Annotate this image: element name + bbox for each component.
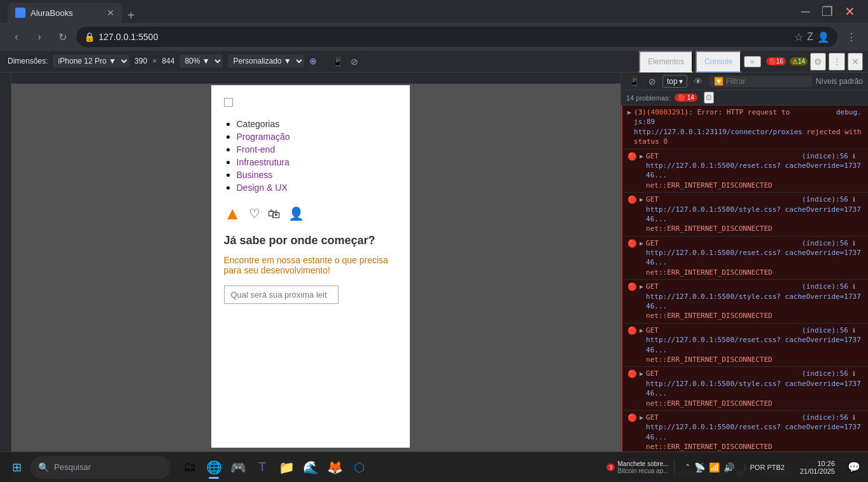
taskbar-app-explorer[interactable]: 📁 [275, 456, 298, 479]
close-button[interactable]: ✕ [839, 4, 860, 19]
taskbar-news[interactable]: 3 Manchete sobre... Bitcoin recua ap... [601, 460, 674, 474]
taskbar-search[interactable]: 🔍 Pesquisar [31, 456, 171, 479]
device-selector[interactable]: iPhone 12 Pro ▼ [53, 55, 129, 67]
tab-console[interactable]: Console [696, 51, 741, 72]
indice-link-4[interactable]: (índice):56 [802, 282, 848, 291]
filter-box: 🔽 [709, 76, 812, 87]
window-controls: ─ ❐ ✕ [796, 4, 863, 19]
profile-button[interactable]: 👤 [817, 31, 830, 43]
connector-link[interactable]: http://127.0.0.1:23119/connector/proxies [634, 128, 802, 136]
error-circle-icon-7: 🔴 [627, 413, 637, 422]
nav-frontend[interactable]: Front-end [237, 144, 276, 155]
style-css-link-3[interactable]: http://127.0.0.1:5500/style.css? cacheOv… [646, 380, 861, 397]
filter-input[interactable] [726, 77, 807, 86]
svg-point-0 [17, 10, 24, 16]
indice-link-6[interactable]: (índice):56 [802, 369, 848, 378]
nav-programacao[interactable]: Programação [237, 132, 290, 142]
console-log[interactable]: ▶ (3)(40003291): Error: HTTP request to … [621, 106, 868, 464]
nav-categorias[interactable]: Categorias [237, 119, 280, 129]
tab-close-button[interactable]: ✕ [107, 8, 115, 18]
taskbar-app-firefox[interactable]: 🦊 [323, 456, 346, 479]
expand-icon-4[interactable]: ▶ [640, 283, 643, 290]
taskbar-app-chrome[interactable]: 🌐 [202, 456, 225, 479]
back-button[interactable]: ‹ [8, 28, 25, 46]
url-bar[interactable]: 🔒 127.0.0.1:5500 ☆ Z 👤 [76, 27, 837, 47]
expand-icon-2[interactable]: ▶ [640, 196, 643, 203]
problems-settings-icon[interactable]: ⚙ [704, 92, 714, 104]
style-css-link-2[interactable]: http://127.0.0.1:5500/style.css? cacheOv… [646, 293, 861, 310]
indice-link-1[interactable]: (índice):56 [802, 152, 848, 160]
taskbar-app-game[interactable]: 🎮 [227, 456, 249, 479]
error-badge: 🔴 16 [766, 57, 786, 65]
taskbar-app-files[interactable]: 🗂 [178, 456, 201, 479]
up-arrow-icon[interactable]: ⌃ [685, 463, 690, 471]
devtools-ban-icon[interactable]: ⊘ [348, 55, 361, 68]
viewport-height: 844 [162, 57, 174, 65]
taskbar-app-edge[interactable]: 🌊 [299, 456, 322, 479]
taskbar-app-vscode[interactable]: ⬡ [347, 456, 370, 479]
devtools-more-icon[interactable]: ⋮ [829, 53, 845, 71]
nav-infraestrutura[interactable]: Infraestrutura [237, 157, 290, 167]
taskbar-apps: 🗂 🌐 🎮 T 📁 🌊 🦊 ⬡ [178, 456, 370, 479]
indice-link-5[interactable]: (índice):56 [802, 326, 848, 334]
reset-css-link-3[interactable]: http://127.0.0.1:5500/reset.css? cacheOv… [646, 336, 861, 354]
website-content: Categorias Programação Front-end Infraes… [211, 85, 410, 317]
devtools-settings-icon[interactable]: ⚙ [810, 53, 826, 71]
search-input[interactable] [224, 286, 339, 304]
forward-button[interactable]: › [31, 28, 48, 46]
warning-badge: ⚠ 14 [790, 57, 808, 65]
indice-link-7[interactable]: (índice):56 [802, 413, 848, 422]
windows-logo-icon: ⊞ [12, 460, 22, 474]
dt-device-icon[interactable]: 📱 [626, 75, 642, 88]
expand-icon-3[interactable]: ▶ [640, 240, 643, 247]
levels-dropdown[interactable]: Níveis padrão [816, 77, 863, 86]
user-account-icon[interactable]: 👤 [288, 206, 304, 221]
log-entry-get-4: 🔴 ▶ GET (índice):56 ℹ http://127.0.0.1:5… [621, 280, 868, 324]
reset-css-link-2[interactable]: http://127.0.0.1:5500/reset.css? cacheOv… [646, 249, 861, 266]
nav-design-ux[interactable]: Design & UX [237, 182, 288, 193]
bag-icon[interactable]: 🛍 [268, 207, 281, 221]
reload-button[interactable]: ↻ [53, 28, 71, 46]
expand-icon-7[interactable]: ▶ [640, 414, 643, 421]
volume-icon[interactable]: 🔊 [724, 462, 734, 472]
network-icon[interactable]: 📡 [694, 462, 705, 472]
notification-center-icon[interactable]: 💬 [845, 461, 863, 473]
star-button[interactable]: ☆ [794, 31, 803, 43]
expand-icon[interactable]: ▶ [627, 109, 631, 116]
top-selector[interactable]: top ▾ [662, 75, 687, 88]
indice-link-2[interactable]: (índice):56 [802, 195, 848, 203]
extensions-button[interactable]: Z [807, 31, 813, 43]
nav-business[interactable]: Business [237, 170, 273, 180]
restore-button[interactable]: ❐ [816, 4, 838, 19]
expand-icon[interactable]: ▶ [640, 153, 643, 160]
heart-icon[interactable]: ♡ [249, 206, 260, 221]
minimize-button[interactable]: ─ [796, 4, 815, 19]
style-css-link-1[interactable]: http://127.0.0.1:5500/style.css? cacheOv… [646, 205, 861, 223]
tab-elementos[interactable]: Elementos [639, 51, 693, 72]
reset-css-link-1[interactable]: http://127.0.0.1:5500/reset.css? cacheOv… [646, 162, 861, 179]
site-checkbox[interactable] [224, 98, 233, 107]
expand-icon-5[interactable]: ▶ [640, 327, 643, 334]
new-tab-button[interactable]: + [122, 8, 140, 23]
taskbar-app-teams[interactable]: T [251, 456, 274, 479]
start-button[interactable]: ⊞ [5, 456, 28, 479]
reset-css-link-4[interactable]: http://127.0.0.1:5500/reset.css? cacheOv… [646, 423, 861, 441]
responsive-icon[interactable]: ⊕ [309, 56, 317, 66]
news-text: Manchete sobre... Bitcoin recua ap... [617, 460, 668, 474]
expand-icon-6[interactable]: ▶ [640, 370, 643, 377]
more-button[interactable]: ⋮ [843, 28, 860, 46]
devtools-device-icon[interactable]: 📱 [330, 55, 346, 68]
active-tab[interactable]: AluraBooks ✕ [8, 3, 122, 23]
tab-more[interactable]: » [744, 56, 761, 67]
language-indicator[interactable]: POR PTB2 [745, 464, 790, 471]
wifi-icon[interactable]: 📶 [709, 462, 720, 472]
clock[interactable]: 10:26 21/01/2025 [795, 460, 840, 475]
indice-link-3[interactable]: (índice):56 [802, 239, 848, 247]
error-circle-icon-6: 🔴 [627, 369, 637, 378]
preset-selector[interactable]: Personalizado ▼ [228, 55, 304, 67]
url-actions: ☆ Z 👤 [794, 31, 830, 43]
devtools-close-icon[interactable]: ✕ [848, 53, 863, 71]
dt-ban-icon[interactable]: ⊘ [646, 75, 659, 88]
dt-eye-icon[interactable]: 👁 [691, 75, 705, 88]
zoom-selector[interactable]: 80% ▼ [179, 55, 223, 67]
